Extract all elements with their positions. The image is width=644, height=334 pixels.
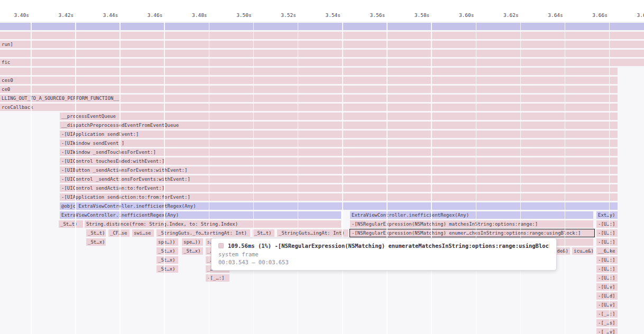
time-ruler-label: 3.56s [360, 12, 385, 18]
flame-cell[interactable] [0, 50, 644, 57]
time-ruler-label: 3.68s [627, 12, 644, 18]
flame-cell[interactable]: -[UIControl sendAction:to:forEvent:] [60, 184, 618, 192]
flame-cell[interactable]: -[UIWindow _sendTouchesForEvent:] [60, 149, 618, 156]
flame-cell[interactable]: _StringGuts._fo…tartingAt: Int) [157, 229, 250, 237]
flame-cell[interactable] [0, 32, 644, 39]
time-ruler-label: 3.52s [271, 12, 296, 18]
flame-chart-area: run]ficces0ce0LLING_OUT_TO_A_SOURCE0_PER… [0, 21, 644, 334]
tooltip-symbol: -[NSRegularExpression(NSMatching) enumer… [275, 243, 549, 249]
time-gridline [119, 21, 121, 334]
time-gridline [520, 21, 521, 334]
flame-cell[interactable]: __6…ke [596, 247, 618, 255]
flame-cell[interactable]: -[UIWindow sendEvent:] [60, 140, 618, 147]
flame-cell[interactable]: ce0 [0, 86, 618, 93]
flame-cell[interactable]: spe…)) [157, 238, 178, 246]
flame-cell[interactable]: -[UIControl touchesEnded:withEvent:] [60, 157, 618, 165]
time-gridline [209, 21, 210, 334]
tooltip-duration: 109.56ms (1%) [228, 243, 271, 249]
time-ruler-label: 3.46s [137, 12, 162, 18]
time-gridline [476, 21, 477, 334]
time-ruler-label: 3.40s [4, 12, 29, 18]
flame-cell[interactable]: ExtraViewController.inefficientRegex(Any… [60, 211, 341, 219]
flame-cell[interactable]: -[U…v] [596, 283, 618, 291]
flame-cell[interactable]: -[U…:] [596, 238, 618, 246]
time-ruler-label: 3.54s [315, 12, 341, 18]
flame-cell[interactable]: -[UIButton _sendActionsForEvents:withEve… [60, 166, 618, 174]
flame-cell[interactable]: -[U…:] [596, 265, 618, 273]
flame-cell[interactable]: -[U…:] [596, 229, 618, 237]
flame-cell[interactable]: run] [0, 41, 644, 48]
flame-cell[interactable]: _St…x) [157, 265, 178, 273]
time-ruler-label: 3.58s [404, 12, 429, 18]
flame-cell[interactable] [0, 68, 618, 75]
flame-cell[interactable]: _St…x) [86, 238, 106, 246]
flame-cell[interactable]: -[U…:] [596, 220, 618, 228]
flame-cell[interactable]: _St…t) [253, 229, 274, 237]
flame-cell[interactable]: _St…x) [182, 247, 203, 255]
time-gridline [253, 21, 254, 334]
flame-cell[interactable]: _CF…se [108, 229, 130, 237]
time-ruler-label: 3.64s [538, 12, 563, 18]
flame-cell[interactable]: LLING_OUT_TO_A_SOURCE0_PERFORM_FUNCTION_… [0, 95, 618, 102]
flame-cell[interactable]: spe…)) [182, 238, 203, 246]
time-ruler-label: 3.62s [493, 12, 519, 18]
flame-cell[interactable]: String.distance(from: String.Index, to: … [85, 220, 341, 228]
flame-cell[interactable]: Ext…y) [596, 211, 618, 219]
time-ruler-label: 3.48s [182, 12, 207, 18]
tooltip-time-range: 00:03.543 — 00:03.653 [218, 259, 549, 266]
flame-cell[interactable]: rceCallback [0, 104, 618, 111]
time-gridline [164, 21, 165, 334]
time-gridline [565, 21, 566, 334]
time-gridline [609, 21, 610, 334]
flame-cell[interactable]: -[UIControl _sendActionsForEvents:withEv… [60, 175, 618, 183]
time-ruler-label: 3.66s [582, 12, 608, 18]
tooltip-color-chip-icon [218, 243, 224, 248]
flame-cell[interactable]: -[U…:] [596, 274, 618, 282]
flame-cell[interactable]: -[_…:] [596, 310, 618, 318]
flame-cell[interactable]: icu…e&) [572, 247, 593, 255]
flame-cell[interactable]: -[UIApplication sendAction:to:from:forEv… [60, 193, 618, 201]
flame-cell[interactable]: -[U…:] [596, 256, 618, 264]
time-ruler-label: 3.60s [449, 12, 474, 18]
flame-cell[interactable]: _StringGuts…ingAt: Int) [277, 229, 348, 237]
flame-cell[interactable]: _St…x) [157, 247, 178, 255]
flame-cell[interactable]: _St…x) [157, 256, 178, 264]
flame-cell[interactable]: swi…se [132, 229, 154, 237]
tooltip-frame-type: system frame [218, 251, 549, 258]
time-gridline [75, 21, 76, 334]
instruments-flame-chart: 3.40s3.42s3.44s3.46s3.48s3.50s3.52s3.54s… [0, 0, 644, 334]
flame-cell[interactable]: -[U…v] [596, 301, 618, 309]
flame-cell[interactable]: -[_…v] [596, 328, 618, 334]
time-ruler-label: 3.50s [226, 12, 252, 18]
flame-cell[interactable]: -[_…s] [596, 319, 618, 327]
time-gridline [387, 21, 388, 334]
flame-cell[interactable]: fic [0, 59, 644, 66]
flame-cell[interactable]: @objc ExtraViewController.inefficientReg… [60, 202, 618, 210]
time-ruler-label: 3.42s [48, 12, 73, 18]
time-ruler[interactable]: 3.40s3.42s3.44s3.46s3.48s3.50s3.52s3.54s… [0, 0, 644, 21]
flame-cell[interactable]: _St…t) [86, 229, 106, 237]
flame-cell[interactable] [0, 23, 644, 30]
tooltip-title: 109.56ms (1%) -[NSRegularExpression(NSMa… [218, 243, 549, 249]
time-gridline [31, 21, 32, 334]
flame-cell[interactable]: _St…t) [59, 220, 83, 228]
flame-cell[interactable]: ces0 [0, 77, 618, 84]
flame-cell[interactable]: -[UIApplication sendEvent:] [60, 131, 618, 138]
flame-cell[interactable]: -[U…d] [596, 292, 618, 300]
time-gridline [298, 21, 299, 334]
flame-cell[interactable]: __processEventQueue [60, 113, 618, 120]
time-ruler-label: 3.44s [93, 12, 118, 18]
flame-cell[interactable]: __dispatchPreprocessedEventFromEventQueu… [60, 122, 618, 129]
time-gridline [431, 21, 432, 334]
tooltip: 109.56ms (1%) -[NSRegularExpression(NSMa… [211, 238, 557, 271]
time-gridline [342, 21, 343, 334]
